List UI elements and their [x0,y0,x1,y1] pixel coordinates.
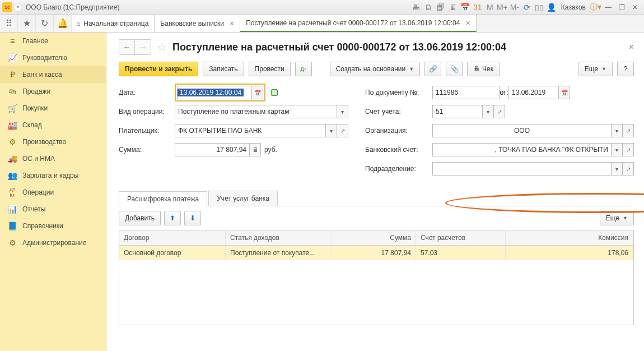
nav-admin[interactable]: ⚙Администрирование [0,234,106,251]
account-input[interactable]: 51 [432,105,483,118]
tab-payment-breakdown[interactable]: Расшифровка платежа [119,191,207,206]
related-button[interactable]: 🔗 [424,62,441,76]
nav-bank[interactable]: ₽Банк и касса [0,66,106,83]
dropdown-icon[interactable]: ▾ [326,124,337,137]
nav-salary[interactable]: 👥Зарплата и кадры [0,167,106,184]
docdate-label: от: [500,89,508,96]
tab-close-icon[interactable]: × [465,19,470,27]
calendar-icon[interactable]: 📅 [460,2,471,13]
dropdown-icon[interactable]: ▾ [337,105,348,118]
m-icon[interactable]: M [484,2,496,13]
back-button[interactable]: ← [119,40,135,54]
tab-receipt[interactable]: Поступление на расчетный счет 0000-00017… [240,15,476,32]
forward-button[interactable]: → [135,40,151,54]
cell-contract[interactable]: Основной договор [119,246,226,260]
calendar-picker-icon[interactable]: 📅 [252,86,263,99]
op-type-input[interactable]: Поступление по платежным картам [175,105,337,118]
maximize-button[interactable]: ❐ [615,2,628,13]
nav-main[interactable]: ≡Главное [0,33,106,49]
open-icon[interactable]: ↗ [623,124,634,137]
save-button[interactable]: Записать [203,62,244,76]
nav-purchases[interactable]: 🛒Покупки [0,100,106,117]
dropdown-icon[interactable]: ▾ [612,162,623,176]
date-icon[interactable]: 31 [472,2,483,13]
help-button[interactable]: ? [617,62,634,76]
warehouse-icon: 🏭 [8,121,17,130]
create-based-button[interactable]: Создать на основании▼ [330,62,420,76]
gear-icon: ⚙ [8,238,17,247]
post-button[interactable]: Провести [249,62,291,76]
close-window-button[interactable]: ✕ [628,2,642,13]
app-menu-dropdown[interactable]: ▾ [13,3,22,12]
open-icon[interactable]: ↗ [337,124,348,137]
m-minus-icon[interactable]: M- [509,2,520,13]
star-favorite-icon[interactable]: ☆ [157,40,167,54]
table-more-button[interactable]: Еще▼ [600,211,634,225]
cell-account[interactable]: 57.03 [416,246,506,260]
post-and-close-button[interactable]: Провести и закрыть [119,62,198,76]
calculator-picker-icon[interactable]: 🖩 [250,143,261,156]
col-sum[interactable]: Сумма [332,230,416,245]
dropdown-icon[interactable]: ▾ [612,124,623,137]
docdate-input[interactable]: 13.06.2019 [508,86,559,99]
more-button[interactable]: Еще▼ [578,62,613,76]
open-icon[interactable]: ↗ [494,105,505,118]
check-button[interactable]: 🖶Чек [467,62,500,76]
compare-icon[interactable]: 🗐 [435,2,446,13]
payer-input[interactable]: ФК ОТКРЫТИЕ ПАО БАНК [175,124,326,137]
nav-operations[interactable]: ДтКтОперации [0,184,106,201]
add-row-button[interactable]: Добавить [119,211,161,225]
nav-warehouse[interactable]: 🏭Склад [0,117,106,133]
chart-icon: 📈 [8,53,17,62]
cell-commission[interactable]: 178,06 [506,246,633,260]
col-contract[interactable]: Договор [119,230,226,245]
refresh-icon[interactable]: ⟳ [521,2,533,13]
nav-production[interactable]: ⚙Производство [0,133,106,150]
table-header: Договор Статья доходов Сумма Счет расчет… [119,230,633,246]
apps-icon[interactable]: ⠿ [0,15,18,32]
bars-icon: 📊 [8,205,17,214]
division-input[interactable] [432,162,612,176]
tab-home[interactable]: ⌂ Начальная страница [72,15,155,32]
print-icon[interactable]: 🖶 [410,2,422,13]
m-plus-icon[interactable]: M+ [497,2,508,13]
tab-close-icon[interactable]: × [230,19,234,28]
bank-input[interactable]: , ТОЧКА ПАО БАНКА "ФК ОТКРЫТИ [432,143,612,156]
attach-button[interactable]: 📎 [446,62,463,76]
nav-sales[interactable]: 🛍Продажи [0,83,106,100]
notifications-icon[interactable]: 🔔 [54,15,72,32]
cell-sum[interactable]: 17 807,94 [332,246,416,260]
calculator-icon[interactable]: 🖩 [447,2,459,13]
close-page-icon[interactable]: × [629,42,634,52]
sum-input[interactable]: 17 807,94 [175,143,250,156]
panel-icon[interactable]: ▯▯ [534,2,545,13]
movements-button[interactable]: Дт [295,62,312,76]
move-up-button[interactable]: ⬆ [164,211,181,225]
col-income-item[interactable]: Статья доходов [226,230,332,245]
move-down-button[interactable]: ⬇ [184,211,201,225]
dropdown-icon[interactable]: ▾ [483,105,494,118]
org-input[interactable]: ООО [432,124,612,137]
document-icon[interactable]: 🗎 [423,2,434,13]
cell-income[interactable]: Поступление от покупате... [226,246,332,260]
user-name[interactable]: Казаков [561,3,586,11]
history-icon[interactable]: ↻ [36,15,54,32]
dropdown-icon[interactable]: ▾ [612,143,623,156]
open-icon[interactable]: ↗ [623,143,634,156]
docnum-input[interactable]: 111986 [432,86,500,99]
table-row[interactable]: Основной договор Поступление от покупате… [119,246,633,260]
info-icon[interactable]: ⓘ▾ [590,2,601,13]
nav-reports[interactable]: 📊Отчеты [0,201,106,218]
nav-catalogs[interactable]: 📘Справочники [0,218,106,234]
col-commission[interactable]: Комиссия [506,230,633,245]
nav-os[interactable]: 🚚ОС и НМА [0,150,106,167]
minimize-button[interactable]: — [601,2,615,13]
calendar-picker-icon[interactable]: 📅 [559,86,570,99]
favorite-icon[interactable]: ★ [18,15,36,32]
nav-manager[interactable]: 📈Руководителю [0,49,106,66]
tab-bank-services[interactable]: Учет услуг банка [208,191,278,206]
col-account[interactable]: Счет расчетов [416,230,506,245]
date-input[interactable]: 13.06.2019 12:00:04 [177,86,252,99]
tab-bank-statements[interactable]: Банковские выписки × [155,15,240,32]
open-icon[interactable]: ↗ [623,162,634,176]
